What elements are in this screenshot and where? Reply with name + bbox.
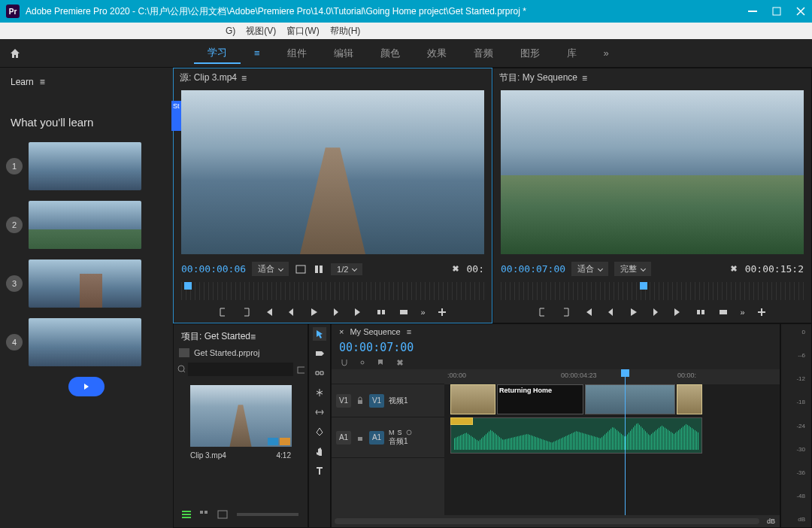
play-button[interactable] [308, 306, 320, 318]
sync-lock-icon[interactable] [356, 433, 365, 442]
timeline-tracks-area[interactable]: :00:00 00:00:04:23 00:00: Returning Home [444, 369, 780, 515]
timeline-clip[interactable] [677, 384, 702, 414]
zoom-slider[interactable] [237, 513, 298, 516]
type-tool[interactable] [313, 464, 326, 478]
timeline-clip[interactable] [585, 384, 675, 414]
v1-target[interactable]: V1 [369, 394, 384, 408]
workspace-tab-color[interactable]: 颜色 [367, 44, 414, 63]
source-playhead[interactable] [184, 282, 192, 290]
source-timecode[interactable]: 00:00:00:06 [181, 263, 246, 275]
program-video-preview[interactable] [501, 90, 804, 254]
mark-out-button[interactable] [559, 306, 571, 318]
timeline-title-clip[interactable]: Returning Home [497, 384, 583, 414]
program-quality-dropdown[interactable]: 完整 [614, 262, 651, 276]
workspace-tab-assembly[interactable]: 组件 [274, 44, 320, 63]
program-fit-dropdown[interactable]: 适合 [571, 262, 608, 276]
minimize-button[interactable] [747, 6, 758, 17]
workspace-overflow[interactable]: » [590, 44, 623, 62]
menu-item-window[interactable]: 窗口(W) [286, 25, 319, 38]
sync-lock-icon[interactable] [356, 396, 365, 405]
slip-tool[interactable] [313, 405, 326, 419]
go-to-out-button[interactable] [353, 306, 365, 318]
learn-next-button[interactable] [68, 377, 105, 396]
panel-menu-icon[interactable]: ≡ [40, 77, 45, 87]
project-clip-thumbnail[interactable] [190, 385, 292, 447]
icon-view-icon[interactable] [198, 509, 211, 520]
panel-menu-icon[interactable]: ≡ [582, 73, 587, 83]
timeline-ruler[interactable]: :00:00 00:00:04:23 00:00: [444, 369, 780, 384]
learn-item-4[interactable]: 4 [6, 318, 167, 366]
learn-item-3[interactable]: 3 [6, 259, 167, 308]
menu-item-view[interactable]: 视图(V) [246, 25, 276, 38]
mute-button[interactable]: M [389, 429, 395, 436]
go-to-in-button[interactable] [262, 306, 274, 318]
workspace-tab-effects[interactable]: 效果 [414, 44, 460, 63]
step-back-button[interactable] [604, 306, 617, 318]
workspace-tab-libraries[interactable]: 库 [553, 44, 590, 63]
freeform-view-icon[interactable] [216, 509, 229, 520]
v1-source-patch[interactable]: V1 [336, 394, 351, 408]
mark-out-button[interactable] [240, 306, 252, 318]
linked-selection-icon[interactable] [357, 357, 368, 368]
a1-source-patch[interactable]: A1 [336, 431, 351, 445]
transport-overflow[interactable]: » [420, 308, 425, 317]
search-icon[interactable] [177, 364, 185, 375]
pen-tool[interactable] [313, 425, 326, 438]
step-back-button[interactable] [285, 306, 297, 318]
source-resolution-dropdown[interactable]: 1/2 [331, 263, 362, 275]
snap-icon[interactable] [339, 357, 350, 368]
timeline-audio-clip[interactable] [450, 417, 702, 454]
menu-item-help[interactable]: 帮助(H) [330, 25, 361, 38]
panel-menu-icon[interactable]: ≡ [241, 73, 247, 83]
settings-icon[interactable] [449, 263, 461, 275]
timeline-audio-clip-marker[interactable] [450, 417, 473, 425]
project-search-input[interactable] [188, 363, 292, 376]
timeline-timecode[interactable]: 00:00:07:00 [332, 339, 780, 356]
step-forward-button[interactable] [330, 306, 342, 318]
play-button[interactable] [627, 306, 639, 318]
workspace-tab-graphics[interactable]: 图形 [507, 44, 553, 63]
timeline-zoom-scrollbar[interactable] [335, 518, 759, 524]
safe-margins-icon[interactable] [295, 263, 307, 275]
home-icon[interactable] [9, 47, 21, 59]
workspace-tab-audio[interactable]: 音频 [460, 44, 507, 63]
extract-button[interactable] [717, 306, 729, 318]
a1-target[interactable]: A1 [369, 431, 384, 445]
button-editor-icon[interactable] [756, 306, 768, 318]
menu-item[interactable]: G) [226, 26, 235, 36]
program-playhead[interactable] [640, 282, 647, 290]
hand-tool[interactable] [313, 445, 326, 458]
track-select-tool[interactable] [313, 347, 326, 360]
ripple-edit-tool[interactable] [313, 366, 326, 380]
panel-menu-icon[interactable]: ≡ [250, 332, 256, 342]
workspace-tab-menu-icon[interactable]: ≡ [241, 44, 274, 62]
mark-in-button[interactable] [217, 306, 229, 318]
voice-over-icon[interactable] [405, 429, 413, 436]
go-to-out-button[interactable] [672, 306, 684, 318]
close-button[interactable] [795, 6, 806, 17]
timeline-settings-icon[interactable] [393, 357, 404, 368]
razor-tool[interactable] [313, 386, 326, 399]
lift-button[interactable] [695, 306, 707, 318]
overwrite-button[interactable] [398, 306, 410, 318]
selection-tool[interactable] [313, 327, 326, 341]
insert-button[interactable] [375, 306, 387, 318]
source-time-ruler[interactable] [181, 282, 484, 300]
timeline-clip[interactable] [450, 384, 495, 414]
workspace-tab-learn[interactable]: 学习 [194, 43, 241, 64]
settings-icon[interactable] [727, 263, 739, 275]
source-video-preview[interactable] [181, 90, 484, 254]
solo-button[interactable]: S [398, 429, 402, 436]
marker-icon[interactable] [375, 357, 386, 368]
bin-icon[interactable] [296, 364, 304, 375]
program-timecode[interactable]: 00:00:07:00 [501, 263, 565, 275]
button-editor-icon[interactable] [436, 306, 448, 318]
go-to-in-button[interactable] [582, 306, 594, 318]
timeline-close-icon[interactable]: × [339, 327, 344, 336]
step-forward-button[interactable] [650, 306, 662, 318]
workspace-tab-editing[interactable]: 编辑 [320, 44, 367, 63]
program-time-ruler[interactable] [501, 282, 804, 300]
mark-in-button[interactable] [537, 306, 549, 318]
maximize-button[interactable] [771, 6, 782, 17]
timeline-playhead[interactable] [625, 369, 626, 515]
